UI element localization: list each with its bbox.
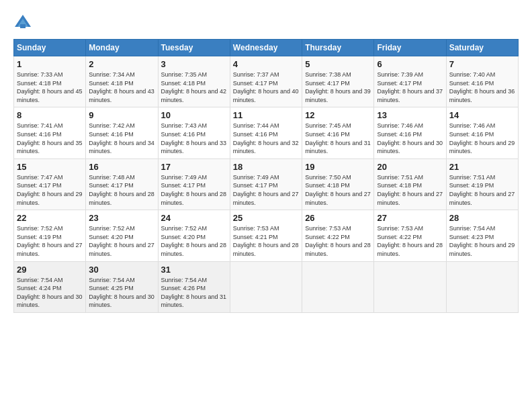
calendar-week-row: 22Sunrise: 7:52 AMSunset: 4:19 PMDayligh… xyxy=(14,210,519,261)
calendar-cell: 27Sunrise: 7:53 AMSunset: 4:22 PMDayligh… xyxy=(374,210,446,261)
day-number: 30 xyxy=(89,265,154,275)
cell-info: Sunrise: 7:33 AMSunset: 4:18 PMDaylight:… xyxy=(17,71,83,103)
cell-info: Sunrise: 7:51 AMSunset: 4:19 PMDaylight:… xyxy=(449,174,515,206)
day-number: 20 xyxy=(377,162,443,172)
calendar-cell: 24Sunrise: 7:52 AMSunset: 4:20 PMDayligh… xyxy=(158,210,230,261)
cell-info: Sunrise: 7:54 AMSunset: 4:23 PMDaylight:… xyxy=(449,225,515,257)
calendar-cell: 5Sunrise: 7:38 AMSunset: 4:17 PMDaylight… xyxy=(302,56,374,107)
cell-info: Sunrise: 7:54 AMSunset: 4:24 PMDaylight:… xyxy=(17,277,83,309)
calendar-cell: 18Sunrise: 7:49 AMSunset: 4:17 PMDayligh… xyxy=(230,158,302,210)
calendar-cell: 21Sunrise: 7:51 AMSunset: 4:19 PMDayligh… xyxy=(446,158,518,210)
day-number: 11 xyxy=(233,110,299,120)
calendar-table: SundayMondayTuesdayWednesdayThursdayFrid… xyxy=(13,39,519,313)
day-number: 22 xyxy=(17,213,83,223)
cell-info: Sunrise: 7:53 AMSunset: 4:22 PMDaylight:… xyxy=(377,225,443,257)
weekday-header: Saturday xyxy=(446,40,518,56)
day-number: 15 xyxy=(17,162,83,172)
weekday-header: Sunday xyxy=(14,40,86,56)
calendar-cell: 16Sunrise: 7:48 AMSunset: 4:17 PMDayligh… xyxy=(86,158,158,210)
calendar-cell: 28Sunrise: 7:54 AMSunset: 4:23 PMDayligh… xyxy=(446,210,518,261)
calendar-cell: 10Sunrise: 7:43 AMSunset: 4:16 PMDayligh… xyxy=(158,107,230,158)
weekday-header: Thursday xyxy=(302,40,374,56)
calendar-cell: 8Sunrise: 7:41 AMSunset: 4:16 PMDaylight… xyxy=(14,107,86,158)
day-number: 1 xyxy=(17,59,83,69)
page: SundayMondayTuesdayWednesdayThursdayFrid… xyxy=(0,0,532,411)
day-number: 6 xyxy=(377,59,443,69)
logo-icon xyxy=(13,13,32,32)
calendar-week-row: 1Sunrise: 7:33 AMSunset: 4:18 PMDaylight… xyxy=(14,56,519,107)
weekday-header: Wednesday xyxy=(230,40,302,56)
calendar-cell xyxy=(302,261,374,312)
calendar-cell: 13Sunrise: 7:46 AMSunset: 4:16 PMDayligh… xyxy=(374,107,446,158)
calendar-cell: 23Sunrise: 7:52 AMSunset: 4:20 PMDayligh… xyxy=(86,210,158,261)
logo xyxy=(13,13,35,32)
day-number: 27 xyxy=(377,213,443,223)
cell-info: Sunrise: 7:52 AMSunset: 4:19 PMDaylight:… xyxy=(17,225,83,257)
svg-rect-2 xyxy=(20,24,26,28)
calendar-cell: 15Sunrise: 7:47 AMSunset: 4:17 PMDayligh… xyxy=(14,158,86,210)
day-number: 19 xyxy=(305,162,371,172)
calendar-cell: 14Sunrise: 7:46 AMSunset: 4:16 PMDayligh… xyxy=(446,107,518,158)
calendar-cell: 22Sunrise: 7:52 AMSunset: 4:19 PMDayligh… xyxy=(14,210,86,261)
cell-info: Sunrise: 7:47 AMSunset: 4:17 PMDaylight:… xyxy=(17,174,83,206)
day-number: 3 xyxy=(161,59,227,69)
cell-info: Sunrise: 7:43 AMSunset: 4:16 PMDaylight:… xyxy=(161,122,227,154)
cell-info: Sunrise: 7:52 AMSunset: 4:20 PMDaylight:… xyxy=(89,225,154,257)
calendar-cell: 12Sunrise: 7:45 AMSunset: 4:16 PMDayligh… xyxy=(302,107,374,158)
cell-info: Sunrise: 7:40 AMSunset: 4:16 PMDaylight:… xyxy=(449,71,515,103)
cell-info: Sunrise: 7:48 AMSunset: 4:17 PMDaylight:… xyxy=(89,174,154,206)
day-number: 31 xyxy=(161,265,227,275)
day-number: 8 xyxy=(17,110,83,120)
calendar-cell xyxy=(374,261,446,312)
calendar-cell xyxy=(446,261,518,312)
cell-info: Sunrise: 7:37 AMSunset: 4:17 PMDaylight:… xyxy=(233,71,299,103)
header xyxy=(13,11,519,32)
cell-info: Sunrise: 7:54 AMSunset: 4:25 PMDaylight:… xyxy=(89,277,154,309)
calendar-cell xyxy=(230,261,302,312)
cell-info: Sunrise: 7:42 AMSunset: 4:16 PMDaylight:… xyxy=(89,122,154,154)
calendar-cell: 4Sunrise: 7:37 AMSunset: 4:17 PMDaylight… xyxy=(230,56,302,107)
day-number: 28 xyxy=(449,213,515,223)
cell-info: Sunrise: 7:50 AMSunset: 4:18 PMDaylight:… xyxy=(305,174,371,206)
calendar-cell: 1Sunrise: 7:33 AMSunset: 4:18 PMDaylight… xyxy=(14,56,86,107)
day-number: 29 xyxy=(17,265,83,275)
day-number: 2 xyxy=(89,59,154,69)
calendar-week-row: 29Sunrise: 7:54 AMSunset: 4:24 PMDayligh… xyxy=(14,261,519,312)
cell-info: Sunrise: 7:52 AMSunset: 4:20 PMDaylight:… xyxy=(161,225,227,257)
cell-info: Sunrise: 7:46 AMSunset: 4:16 PMDaylight:… xyxy=(449,122,515,154)
calendar-cell: 30Sunrise: 7:54 AMSunset: 4:25 PMDayligh… xyxy=(86,261,158,312)
cell-info: Sunrise: 7:41 AMSunset: 4:16 PMDaylight:… xyxy=(17,122,83,154)
calendar-cell: 7Sunrise: 7:40 AMSunset: 4:16 PMDaylight… xyxy=(446,56,518,107)
day-number: 12 xyxy=(305,110,371,120)
calendar-cell: 9Sunrise: 7:42 AMSunset: 4:16 PMDaylight… xyxy=(86,107,158,158)
day-number: 25 xyxy=(233,213,299,223)
day-number: 13 xyxy=(377,110,443,120)
cell-info: Sunrise: 7:45 AMSunset: 4:16 PMDaylight:… xyxy=(305,122,371,154)
calendar-cell: 2Sunrise: 7:34 AMSunset: 4:18 PMDaylight… xyxy=(86,56,158,107)
cell-info: Sunrise: 7:54 AMSunset: 4:26 PMDaylight:… xyxy=(161,277,227,309)
calendar-cell: 19Sunrise: 7:50 AMSunset: 4:18 PMDayligh… xyxy=(302,158,374,210)
calendar-cell: 17Sunrise: 7:49 AMSunset: 4:17 PMDayligh… xyxy=(158,158,230,210)
day-number: 5 xyxy=(305,59,371,69)
cell-info: Sunrise: 7:38 AMSunset: 4:17 PMDaylight:… xyxy=(305,71,371,103)
calendar-cell: 25Sunrise: 7:53 AMSunset: 4:21 PMDayligh… xyxy=(230,210,302,261)
weekday-header: Monday xyxy=(86,40,158,56)
day-number: 26 xyxy=(305,213,371,223)
cell-info: Sunrise: 7:34 AMSunset: 4:18 PMDaylight:… xyxy=(89,71,154,103)
weekday-header: Tuesday xyxy=(158,40,230,56)
weekday-header: Friday xyxy=(374,40,446,56)
calendar-week-row: 8Sunrise: 7:41 AMSunset: 4:16 PMDaylight… xyxy=(14,107,519,158)
calendar-cell: 26Sunrise: 7:53 AMSunset: 4:22 PMDayligh… xyxy=(302,210,374,261)
day-number: 24 xyxy=(161,213,227,223)
cell-info: Sunrise: 7:51 AMSunset: 4:18 PMDaylight:… xyxy=(377,174,443,206)
day-number: 9 xyxy=(89,110,154,120)
cell-info: Sunrise: 7:39 AMSunset: 4:17 PMDaylight:… xyxy=(377,71,443,103)
calendar-cell: 29Sunrise: 7:54 AMSunset: 4:24 PMDayligh… xyxy=(14,261,86,312)
day-number: 4 xyxy=(233,59,299,69)
cell-info: Sunrise: 7:44 AMSunset: 4:16 PMDaylight:… xyxy=(233,122,299,154)
day-number: 18 xyxy=(233,162,299,172)
calendar-week-row: 15Sunrise: 7:47 AMSunset: 4:17 PMDayligh… xyxy=(14,158,519,210)
cell-info: Sunrise: 7:53 AMSunset: 4:22 PMDaylight:… xyxy=(305,225,371,257)
cell-info: Sunrise: 7:49 AMSunset: 4:17 PMDaylight:… xyxy=(233,174,299,206)
day-number: 10 xyxy=(161,110,227,120)
